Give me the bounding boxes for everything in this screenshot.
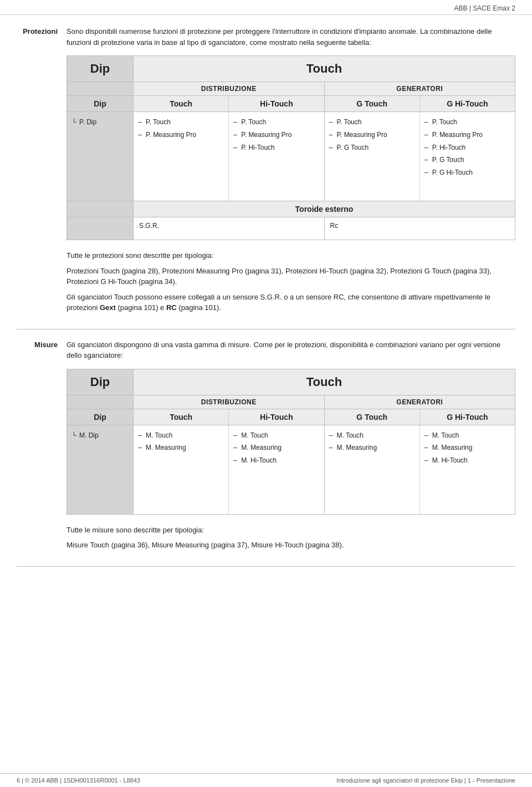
table-body: └ P. Dip – P. Touch – P. Measuring Pro: [67, 112, 515, 201]
misure-touch-top-header: Touch: [134, 369, 515, 395]
misure-ghitouch-item-text-3: M. Hi-Touch: [432, 456, 510, 465]
col-touch-header: Touch: [134, 96, 229, 111]
misure-label: Misure: [17, 339, 66, 555]
ghitouch-item-4: – P. G Touch: [424, 155, 510, 165]
protezioni-intro: Sono disponibili numerose funzioni di pr…: [66, 26, 515, 48]
header-title: ABB | SACE Emax 2: [454, 4, 516, 12]
misure-table-col-headers: Dip Touch Hi-Touch G Touch G Hi-Touch: [67, 409, 515, 425]
ghitouch-item-2: – P. Measuring Pro: [424, 130, 510, 140]
misure-table-top-header: Dip Touch: [67, 369, 515, 395]
misure-dip-sub-empty: [67, 395, 134, 409]
ghitouch-col-content: – P. Touch – P. Measuring Pro – P. Hi-To…: [420, 112, 515, 201]
bottom-divider: [17, 566, 515, 567]
misure-intro: Gli sganciatori dispongono di una vasta …: [66, 339, 515, 361]
dip-top-header: Dip: [67, 56, 134, 82]
misure-text2: Tutte le misure sono descritte per tipol…: [66, 525, 515, 536]
protezioni-label: Protezioni: [17, 26, 66, 318]
misure-gtouch-item-1: – M. Touch: [329, 431, 415, 440]
hitouch-item-1: – P. Touch: [233, 118, 319, 127]
protezioni-section: Protezioni Sono disponibili numerose fun…: [17, 26, 515, 318]
gtouch-item-text-3: P. G Touch: [337, 143, 415, 153]
col-hitouch-header: Hi-Touch: [229, 96, 324, 111]
rc-label: Rc: [330, 222, 339, 230]
col-ghitouch-header: G Hi-Touch: [420, 96, 515, 111]
misure-touch-item-text-1: M. Touch: [146, 431, 224, 440]
protezioni-text2: Tutte le protezioni sono descritte per t…: [66, 250, 515, 261]
touch-item-1: – P. Touch: [138, 118, 224, 127]
gtouch-item-1: – P. Touch: [329, 118, 415, 127]
rc-col: Rc: [325, 217, 515, 240]
gtouch-item-text-1: P. Touch: [337, 118, 415, 127]
ghitouch-item-text-4: P. G Touch: [432, 155, 510, 165]
generatori-label: GENERATORI: [325, 82, 515, 95]
misure-ghitouch-item-text-2: M. Measuring: [432, 443, 510, 453]
misure-table-body: └ M. Dip – M. Touch – M. Measuring: [67, 425, 515, 514]
misure-text3: Misure Touch (pagina 36), Misure Measuri…: [66, 540, 515, 551]
touch-top-header: Touch: [134, 56, 515, 82]
toroide-label: Toroide esterno: [134, 201, 515, 217]
protezioni-rc-bold: RC: [166, 303, 177, 312]
misure-col-gtouch-header: G Touch: [325, 409, 420, 425]
touch-item-text-2: P. Measuring Pro: [146, 130, 224, 140]
toroide-header: Toroide esterno: [67, 201, 515, 217]
misure-gtouch-item-text-2: M. Measuring: [337, 443, 415, 453]
protezioni-text3: Protezioni Touch (pagina 28), Protezioni…: [66, 266, 515, 287]
hitouch-col-content: – P. Touch – P. Measuring Pro – P. Hi-To…: [229, 112, 324, 201]
misure-hitouch-item-text-2: M. Measuring: [241, 443, 319, 453]
table-col-headers: Dip Touch Hi-Touch G Touch G Hi-Touch: [67, 96, 515, 112]
hitouch-item-3: – P. Hi-Touch: [233, 143, 319, 153]
protezioni-body: Sono disponibili numerose funzioni di pr…: [66, 26, 515, 318]
misure-table-sub-header: DISTRIBUZIONE GENERATORI: [67, 395, 515, 409]
ghitouch-item-text-2: P. Measuring Pro: [432, 130, 510, 140]
misure-section: Misure Gli sganciatori dispongono di una…: [17, 339, 515, 555]
toroide-dip-empty: [67, 201, 134, 217]
misure-dip-item-text-1: M. Dip: [79, 431, 129, 440]
footer: 6 | © 2014 ABB | 1SDH001316R0001 - L8843…: [0, 773, 532, 787]
misure-gtouch-item-text-1: M. Touch: [337, 431, 415, 440]
misure-ghitouch-item-text-1: M. Touch: [432, 431, 510, 440]
ghitouch-item-text-1: P. Touch: [432, 118, 510, 127]
touch-item-text-1: P. Touch: [146, 118, 224, 127]
misure-dip-col-content: └ M. Dip: [67, 425, 134, 514]
distribuzione-label: DISTRIBUZIONE: [134, 82, 325, 95]
ghitouch-item-text-5: P. G Hi-Touch: [432, 168, 510, 177]
misure-hitouch-item-text-3: M. Hi-Touch: [241, 456, 319, 465]
col-dip-header: Dip: [67, 96, 134, 111]
sgr-col: S.G.R.: [134, 217, 325, 240]
dip-item-text-1: P. Dip: [79, 118, 129, 127]
ghitouch-item-text-3: P. Hi-Touch: [432, 143, 510, 153]
gtouch-item-text-2: P. Measuring Pro: [337, 130, 415, 140]
hitouch-item-2: – P. Measuring Pro: [233, 130, 319, 140]
protezioni-gext-bold: Gext: [100, 303, 116, 312]
protezioni-text4-end: (pagina 101).: [177, 303, 221, 312]
table-top-header: Dip Touch: [67, 56, 515, 82]
col-gtouch-header: G Touch: [325, 96, 420, 111]
touch-col-content: – P. Touch – P. Measuring Pro: [134, 112, 229, 201]
misure-gtouch-item-2: – M. Measuring: [329, 443, 415, 453]
protezioni-table: Dip Touch DISTRIBUZIONE GENERATORI Dip T…: [66, 55, 515, 240]
footer-left: 6 | © 2014 ABB | 1SDH001316R0001 - L8843: [17, 777, 140, 784]
misure-dip-item-1: └ M. Dip: [71, 431, 129, 440]
hitouch-item-text-3: P. Hi-Touch: [241, 143, 319, 153]
protezioni-text4-mid: (pagina 101) e: [116, 303, 166, 312]
misure-touch-col-content: – M. Touch – M. Measuring: [134, 425, 229, 514]
misure-hitouch-item-2: – M. Measuring: [233, 443, 319, 453]
section-divider: [17, 329, 515, 329]
misure-hitouch-item-1: – M. Touch: [233, 431, 319, 440]
misure-col-hitouch-header: Hi-Touch: [229, 409, 324, 425]
misure-table: Dip Touch DISTRIBUZIONE GENERATORI Dip T…: [66, 369, 515, 515]
toroide-body: S.G.R. Rc: [67, 217, 515, 240]
sgr-label: S.G.R.: [139, 222, 159, 230]
hitouch-item-text-1: P. Touch: [241, 118, 319, 127]
misure-hitouch-item-text-1: M. Touch: [241, 431, 319, 440]
gtouch-col-content: – P. Touch – P. Measuring Pro – P. G Tou…: [325, 112, 420, 201]
misure-hitouch-item-3: – M. Hi-Touch: [233, 456, 319, 465]
misure-dip-top-header: Dip: [67, 369, 134, 395]
misure-touch-item-text-2: M. Measuring: [146, 443, 224, 453]
misure-hitouch-col-content: – M. Touch – M. Measuring – M. Hi-Touch: [229, 425, 324, 514]
misure-distribuzione-label: DISTRIBUZIONE: [134, 395, 325, 409]
dip-sub-empty: [67, 82, 134, 95]
dip-item-1: └ P. Dip: [71, 118, 129, 127]
misure-gtouch-col-content: – M. Touch – M. Measuring: [325, 425, 420, 514]
misure-ghitouch-item-3: – M. Hi-Touch: [424, 456, 510, 465]
